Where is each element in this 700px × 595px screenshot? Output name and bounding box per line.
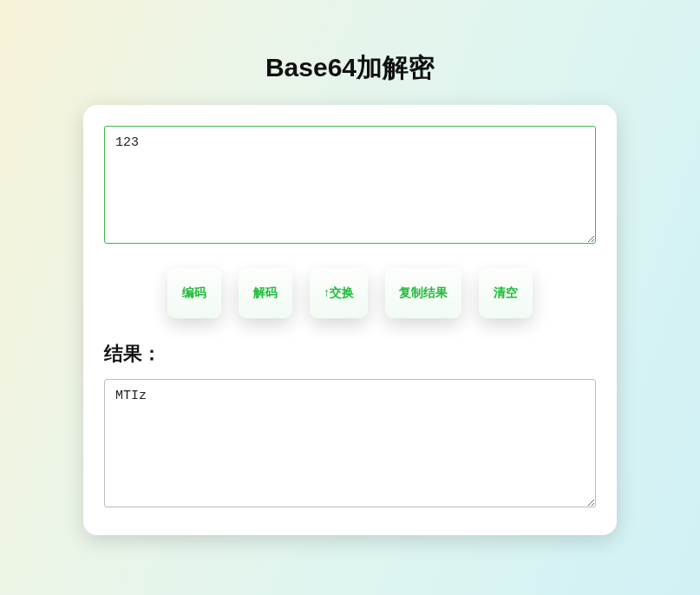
result-label: 结果： <box>104 341 596 367</box>
result-textarea[interactable] <box>104 379 596 507</box>
copy-result-button[interactable]: 复制结果 <box>385 268 461 318</box>
tool-card: 编码 解码 ↑交换 复制结果 清空 结果： <box>83 105 617 535</box>
swap-button[interactable]: ↑交换 <box>310 268 368 318</box>
input-textarea[interactable] <box>104 126 596 244</box>
button-row: 编码 解码 ↑交换 复制结果 清空 <box>104 268 596 318</box>
clear-button[interactable]: 清空 <box>479 268 533 318</box>
decode-button[interactable]: 解码 <box>239 268 292 318</box>
page-title: Base64加解密 <box>265 50 435 86</box>
page-container: Base64加解密 编码 解码 ↑交换 复制结果 清空 结果： <box>0 0 700 535</box>
encode-button[interactable]: 编码 <box>167 268 221 318</box>
